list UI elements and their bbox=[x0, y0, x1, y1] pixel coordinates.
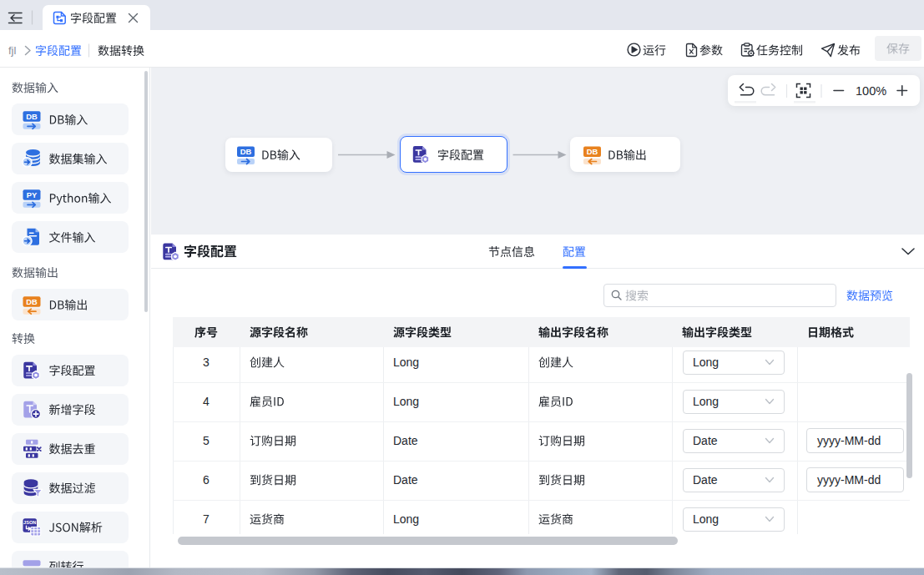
svg-text:DB: DB bbox=[26, 297, 38, 306]
svg-text:PY: PY bbox=[27, 190, 38, 199]
svg-text:Date: Date bbox=[393, 473, 418, 487]
svg-text:Long: Long bbox=[393, 395, 419, 408]
svg-text:4: 4 bbox=[203, 395, 210, 408]
svg-text:Long: Long bbox=[393, 512, 419, 526]
svg-text:JSON: JSON bbox=[23, 521, 36, 526]
svg-text:Long: Long bbox=[693, 512, 719, 526]
svg-text:yyyy-MM-dd: yyyy-MM-dd bbox=[817, 473, 881, 487]
svg-text:6: 6 bbox=[203, 473, 210, 487]
svg-text:Date: Date bbox=[693, 473, 718, 487]
svg-text:Date: Date bbox=[693, 434, 718, 447]
svg-text:7: 7 bbox=[203, 512, 210, 526]
svg-text:3: 3 bbox=[203, 356, 210, 369]
svg-text:DB: DB bbox=[240, 147, 252, 156]
svg-text:DB: DB bbox=[26, 112, 38, 121]
svg-text:DB: DB bbox=[587, 147, 598, 156]
svg-text:5: 5 bbox=[203, 434, 210, 447]
svg-text:Long: Long bbox=[393, 356, 419, 369]
svg-text:yyyy-MM-dd: yyyy-MM-dd bbox=[817, 434, 881, 447]
svg-text:Long: Long bbox=[693, 395, 719, 408]
svg-text:Date: Date bbox=[393, 434, 418, 447]
svg-text:Long: Long bbox=[693, 356, 719, 369]
svg-text:fjl: fjl bbox=[8, 44, 17, 57]
